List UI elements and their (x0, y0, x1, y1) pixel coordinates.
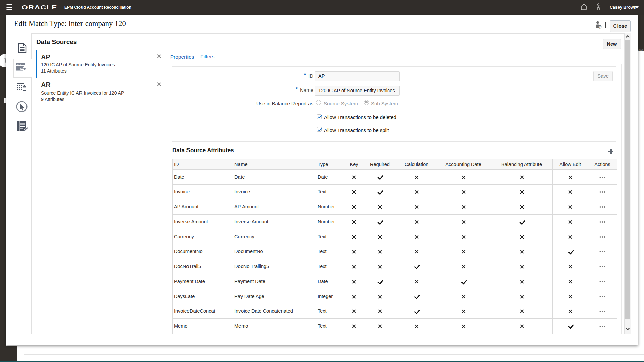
svg-text:?: ? (599, 26, 600, 28)
